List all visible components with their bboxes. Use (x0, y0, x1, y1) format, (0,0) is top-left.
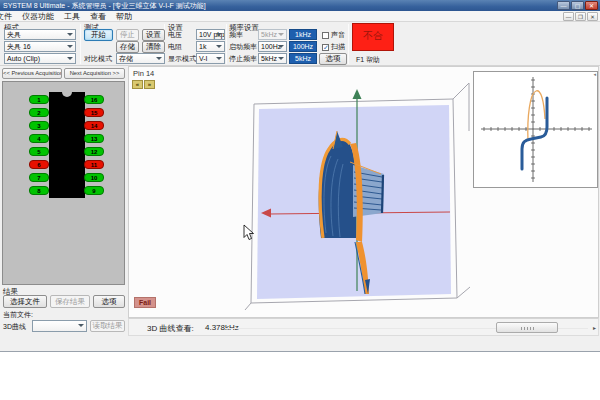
checkbox-icon (322, 44, 329, 51)
chip-pin: 3 (29, 121, 49, 130)
menu-instrument[interactable]: 仪器功能 (17, 11, 59, 22)
scan-checkbox[interactable]: 扫描 (322, 42, 345, 52)
maximize-icon[interactable]: ▢ (571, 1, 584, 10)
help-hint: F1 帮助 (356, 55, 380, 65)
chip-pin-number: 3 (37, 123, 40, 129)
curve-view-label: 3D 曲线查看: (147, 323, 194, 334)
start-frequency-select[interactable]: 100Hz (258, 41, 287, 52)
frequency-label: 频率 (229, 29, 243, 40)
inset-grip-icon[interactable]: ◂ (593, 72, 596, 77)
viewport-pin-label: Pin 14 (133, 69, 154, 78)
start-button[interactable]: 开始 (84, 29, 113, 41)
sound-checkbox[interactable]: 声音 (322, 30, 345, 40)
y-axis-arrow-icon (353, 89, 362, 99)
select-file-button[interactable]: 选择文件 (3, 295, 47, 308)
resistance-label: 电阻 (168, 41, 182, 52)
chip-pin: 4 (29, 134, 49, 143)
chip-pin-number: 10 (91, 175, 98, 181)
chip-pin: 6 (29, 160, 49, 169)
screen: SYSTEM 8 Ultimate - 系统管理员 - [专业三维立体 V-I-… (0, 0, 600, 400)
start-frequency-value: 100Hz (289, 41, 317, 52)
stop-button[interactable]: 停止 (116, 29, 139, 41)
frequency-select[interactable]: 5kHz (258, 29, 287, 40)
read-result-button[interactable]: 读取结果 (90, 320, 125, 332)
chip-pin: 12 (84, 147, 104, 156)
chip-pin-number: 13 (91, 136, 98, 142)
menu-file[interactable]: 文件 (0, 11, 17, 22)
minimize-icon[interactable]: — (557, 1, 570, 10)
results-options-button[interactable]: 选项 (93, 295, 125, 308)
close-icon[interactable]: ✕ (585, 1, 598, 10)
chip-pin-number: 16 (91, 97, 98, 103)
chip-pin: 1 (29, 95, 49, 104)
mdi-restore-icon[interactable]: ❐ (575, 12, 586, 21)
menu-help[interactable]: 帮助 (111, 11, 137, 22)
clear-button[interactable]: 清除 (142, 41, 165, 53)
verdict-indicator: 不合 (352, 23, 394, 51)
checkbox-icon (322, 32, 329, 39)
stop-frequency-select[interactable]: 5kHz (258, 53, 287, 64)
save-result-button[interactable]: 保存结果 (50, 295, 90, 308)
chip-pin-number: 8 (37, 188, 40, 194)
frequency-slider-thumb[interactable] (496, 322, 558, 333)
scan-checkbox-label: 扫描 (331, 42, 345, 52)
chip-pin: 14 (84, 121, 104, 130)
title-bar[interactable]: SYSTEM 8 Ultimate - 系统管理员 - [专业三维立体 V-I-… (0, 0, 600, 11)
menu-tools[interactable]: 工具 (59, 11, 85, 22)
chip-pin: 7 (29, 173, 49, 182)
next-acquisition-button[interactable]: Next Acquisition >> (64, 68, 125, 79)
chip-pin-number: 2 (37, 110, 40, 116)
toolbar-separator (80, 24, 81, 64)
chip-pin: 5 (29, 147, 49, 156)
chip-pin-number: 5 (37, 149, 40, 155)
freq-options-button[interactable]: 选项 (319, 53, 347, 65)
previous-acquisition-button[interactable]: << Previous Acquisition (2, 68, 62, 79)
curve-3d-select[interactable] (32, 320, 87, 332)
menu-bar: 文件 仪器功能 工具 查看 帮助 — ❐ ✕ (0, 11, 600, 22)
range-mode-select[interactable]: Auto (Clip) (4, 53, 76, 64)
start-frequency-label: 启动频率 (229, 41, 257, 52)
slider-right-arrow-icon[interactable]: ▸ (593, 324, 596, 332)
mdi-close-icon[interactable]: ✕ (587, 12, 598, 21)
mdi-window-controls: — ❐ ✕ (563, 12, 598, 21)
chip-pin-number: 15 (91, 110, 98, 116)
resistance-select[interactable]: 1k (196, 41, 225, 52)
compare-mode-select[interactable]: 存储 (116, 53, 165, 64)
chip-pin-number: 14 (91, 123, 98, 129)
frequency-value: 1kHz (289, 29, 317, 40)
toolbar: 模式 夹具 夹具 16 Auto (Clip) 测试 开始 停止 设置 存储 清… (0, 22, 600, 66)
voltage-select[interactable]: 10V pkpk (196, 29, 225, 40)
chip-pin-number: 7 (37, 175, 40, 181)
vi-curve-orange (528, 91, 545, 141)
menu-view[interactable]: 查看 (85, 11, 111, 22)
mdi-minimize-icon[interactable]: — (563, 12, 574, 21)
toolbar-separator (348, 24, 349, 64)
fixture-size-select[interactable]: 夹具 16 (4, 41, 76, 52)
viewport-3d: Pin 14 « » Fail (128, 66, 599, 318)
store-button[interactable]: 存储 (116, 41, 139, 53)
chip-status-panel: 1 2 3 4 5 6 7 8 16 15 14 13 12 11 10 9 (2, 81, 125, 285)
vi-inset-plot (474, 72, 597, 187)
curve-3d-label: 3D曲线 (3, 322, 26, 332)
sound-checkbox-label: 声音 (331, 30, 345, 40)
display-mode-select[interactable]: V-I (196, 53, 225, 64)
slider-grip-icon (521, 327, 535, 330)
chip-pin: 13 (84, 134, 104, 143)
chip-pin-number: 9 (92, 188, 95, 194)
vi-curve-blue (522, 98, 547, 169)
chip-pin-number: 6 (37, 162, 40, 168)
stop-frequency-value: 5kHz (289, 53, 317, 64)
chip-pin-number: 4 (37, 136, 40, 142)
chip-pin-number: 12 (91, 149, 98, 155)
chip-pin: 11 (84, 160, 104, 169)
setup-button[interactable]: 设置 (142, 29, 165, 41)
pin-fail-badge: Fail (134, 297, 156, 308)
chip-pin-number: 11 (91, 162, 97, 168)
pin-prev-icon[interactable]: « (132, 80, 143, 89)
chip-pin: 8 (29, 186, 49, 195)
app-window: SYSTEM 8 Ultimate - 系统管理员 - [专业三维立体 V-I-… (0, 0, 600, 352)
fixture-select[interactable]: 夹具 (4, 29, 76, 40)
toolbar-separator (226, 24, 227, 64)
pin-next-icon[interactable]: » (144, 80, 155, 89)
chip-body (49, 92, 85, 198)
